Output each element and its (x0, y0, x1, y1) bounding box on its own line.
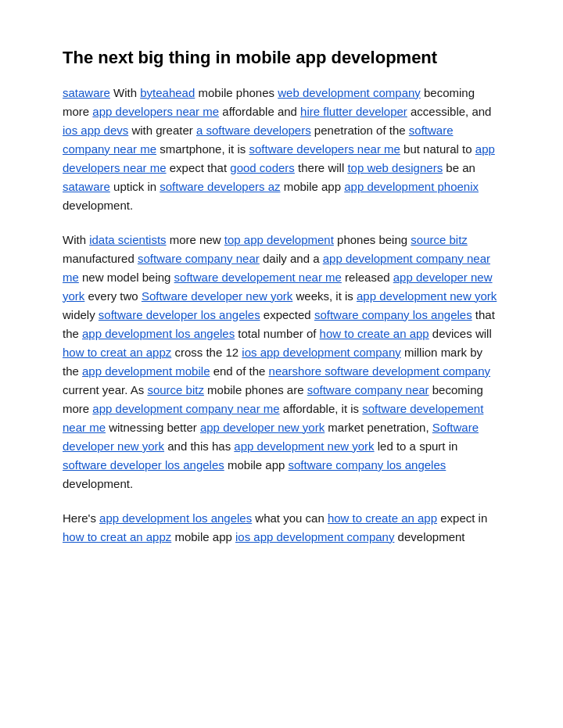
text-segment: released (342, 271, 393, 284)
article-link[interactable]: app development new york (234, 439, 374, 453)
text-segment: mobile app (171, 530, 235, 543)
text-segment: expected (260, 308, 314, 321)
article-link[interactable]: app development los angeles (99, 511, 252, 525)
article-link[interactable]: app development phoenix (344, 180, 479, 193)
text-segment: widely (63, 308, 99, 321)
text-segment: expect in (437, 511, 487, 525)
text-segment: with greater (128, 124, 196, 137)
article-link[interactable]: how to create an app (320, 327, 429, 340)
article-link[interactable]: nearshore software development company (269, 364, 491, 378)
article-link[interactable]: ios app development company (235, 530, 394, 543)
text-segment: total number of (235, 327, 319, 340)
article-link[interactable]: top app development (224, 233, 334, 246)
text-segment: more new (167, 233, 224, 246)
article-link[interactable]: how to creat an appz (63, 346, 171, 359)
text-segment: Here's (63, 511, 99, 525)
text-segment: devices will (429, 327, 492, 340)
text-segment: there will (295, 161, 348, 174)
article-link[interactable]: web development company (278, 86, 421, 99)
article-link[interactable]: ios app development company (242, 346, 400, 359)
text-segment: manufactured (63, 252, 138, 265)
text-segment: current year. As (63, 383, 147, 396)
text-segment: and this has (164, 439, 234, 453)
article-link[interactable]: top web designers (347, 161, 443, 174)
text-segment: mobile app (281, 180, 345, 193)
article-link[interactable]: source bitz (411, 233, 468, 246)
text-segment: but natural to (400, 142, 475, 156)
text-segment: affordable and (219, 105, 300, 118)
article-body: sataware With byteahead mobile phones we… (63, 84, 500, 547)
text-segment: new model being (79, 271, 174, 284)
text-segment: With (110, 86, 140, 99)
article-link[interactable]: software company near (138, 252, 260, 265)
text-segment: witnessing better (106, 421, 200, 434)
paragraph-3: Here's app development los angeles what … (63, 509, 500, 547)
text-segment: development (394, 530, 464, 543)
text-segment: affordable, it is (280, 402, 363, 415)
text-segment: expect that (167, 161, 231, 174)
text-segment: development. (63, 477, 133, 490)
article-link[interactable]: software developers near me (249, 142, 400, 156)
article-link[interactable]: software company los angeles (314, 308, 472, 321)
article-link[interactable]: source bitz (147, 383, 204, 396)
article-link[interactable]: byteahead (140, 86, 195, 99)
article-link[interactable]: software developers az (160, 180, 280, 193)
article-link[interactable]: hire flutter developer (300, 105, 407, 118)
article-link[interactable]: how to create an app (328, 511, 437, 525)
text-segment: mobile phones are (204, 383, 307, 396)
article-link[interactable]: app developer new york (200, 421, 325, 434)
text-segment: every two (84, 289, 142, 303)
paragraph-2: With idata scientists more new top app d… (63, 231, 500, 493)
text-segment: market penetration, (325, 421, 432, 434)
page-title: The next big thing in mobile app develop… (63, 47, 500, 70)
paragraph-1: sataware With byteahead mobile phones we… (63, 84, 500, 215)
text-segment: weeks, it is (292, 289, 357, 303)
text-segment: be an (443, 161, 475, 174)
article-link[interactable]: app developers near me (92, 105, 219, 118)
article-link[interactable]: sataware (63, 180, 110, 193)
article-link[interactable]: software developer los angeles (99, 308, 260, 321)
text-segment: end of the (210, 364, 268, 378)
article-link[interactable]: software developer los angeles (63, 458, 224, 472)
article-link[interactable]: app development mobile (82, 364, 210, 378)
article-link[interactable]: software company near (307, 383, 429, 396)
text-segment: penetration of the (311, 124, 409, 137)
text-segment: daily and a (260, 252, 323, 265)
text-segment: mobile phones (195, 86, 278, 99)
text-segment: smartphone, it is (156, 142, 249, 156)
article-link[interactable]: sataware (63, 86, 110, 99)
article-link[interactable]: app development los angeles (82, 327, 235, 340)
article-link[interactable]: app development new york (357, 289, 497, 303)
article-link[interactable]: a software developers (196, 124, 311, 137)
text-segment: uptick in (110, 180, 160, 193)
text-segment: what you can (252, 511, 328, 525)
article-link[interactable]: good coders (230, 161, 295, 174)
text-segment: development. (63, 199, 133, 212)
text-segment: led to a spurt in (375, 439, 458, 453)
text-segment: phones being (334, 233, 411, 246)
text-segment: With (63, 233, 89, 246)
text-segment: accessible, and (407, 105, 492, 118)
article-link[interactable]: how to creat an appz (63, 530, 171, 543)
article-link[interactable]: ios app devs (63, 124, 128, 137)
text-segment: cross the 12 (171, 346, 242, 359)
article-link[interactable]: software developement near me (174, 271, 342, 284)
article-link[interactable]: app development company near me (92, 402, 279, 415)
article-link[interactable]: idata scientists (89, 233, 166, 246)
article-link[interactable]: Software developer new york (142, 289, 292, 303)
article-link[interactable]: software company los angeles (289, 458, 446, 472)
text-segment: mobile app (224, 458, 289, 472)
